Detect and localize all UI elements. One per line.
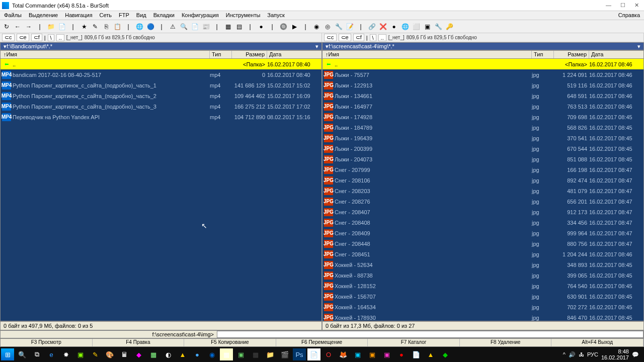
notifications-icon[interactable]: 💬 xyxy=(632,351,639,358)
toolbar-btn-39[interactable]: 🔧 xyxy=(434,22,443,31)
calc-icon[interactable]: 🖩 xyxy=(118,348,131,360)
menu-config[interactable]: Конфигурация xyxy=(182,12,219,19)
menu-help[interactable]: Справка xyxy=(618,12,640,19)
file-row[interactable]: JPGСнег - 208451jpg1 204 24416.02.2017 0… xyxy=(323,249,643,259)
firefox-icon[interactable]: 🦊 xyxy=(337,348,350,360)
toolbar-btn-26[interactable]: ▶ xyxy=(290,22,299,31)
toolbar-btn-1[interactable]: ← xyxy=(13,22,22,31)
tc-icon[interactable]: ▦ xyxy=(220,348,233,360)
file-row[interactable]: JPGЛыжи - 196439jpg370 54116.02.2017 08:… xyxy=(323,133,643,143)
drive-e-button[interactable]: ⊂e xyxy=(17,34,29,41)
path-right[interactable]: ▾f:\screencast\cast-4\img\*.* ▾ xyxy=(322,42,644,50)
menu-nav[interactable]: Навигация xyxy=(65,12,92,19)
tray-up-icon[interactable]: ^ xyxy=(563,351,566,357)
file-row[interactable]: JPGЛыжи - 204073jpg851 08816.02.2017 08:… xyxy=(323,154,643,164)
file-row[interactable]: JPGЛыжи - 174928jpg709 69816.02.2017 08:… xyxy=(323,112,643,122)
app-icon-10[interactable]: ▣ xyxy=(234,348,248,360)
record-icon[interactable]: ● xyxy=(395,348,408,360)
toolbar-btn-4[interactable]: 📁 xyxy=(46,22,55,31)
toolbar-btn-37[interactable]: ⬜ xyxy=(412,22,421,31)
file-row[interactable]: ⬅..<Папка>16.02.2017 08:46 xyxy=(323,59,643,69)
toolbar-btn-5[interactable]: 📄 xyxy=(57,22,66,31)
right-file-list[interactable]: ⬅..<Папка>16.02.2017 08:46JPGЛыжи - 7557… xyxy=(323,59,643,321)
file-row[interactable]: JPGЛыжи - 134661jpg648 59116.02.2017 08:… xyxy=(323,90,643,101)
menu-net[interactable]: Сеть xyxy=(100,12,112,19)
drive-e-button-r[interactable]: ⊂e xyxy=(339,34,351,41)
app-icon-16[interactable]: ▣ xyxy=(380,348,393,360)
menu-tools[interactable]: Инструменты xyxy=(226,12,261,19)
app-icon-13[interactable]: 🎬 xyxy=(278,348,291,360)
menu-tabs[interactable]: Вкладки xyxy=(153,12,175,19)
notepad-icon[interactable]: 📄 xyxy=(307,348,320,360)
file-row[interactable]: JPGЛыжи - 122913jpg519 11616.02.2017 08:… xyxy=(323,80,643,90)
app-icon-17[interactable]: 📄 xyxy=(410,348,423,360)
menu-run[interactable]: Запуск xyxy=(267,12,284,19)
f6-button[interactable]: F6 Перемещение xyxy=(276,339,368,346)
root-button[interactable]: \ xyxy=(48,34,54,41)
left-file-list[interactable]: ⬅..<Папка>16.02.2017 08:40MP4bandicam 20… xyxy=(1,59,321,321)
file-row[interactable]: MP4Python Парсинг_картинок_с_сайта_(подр… xyxy=(1,101,321,112)
file-row[interactable]: JPGХоккей - 128152jpg764 54016.02.2017 0… xyxy=(323,281,643,291)
file-row[interactable]: JPGЛыжи - 184789jpg568 82616.02.2017 08:… xyxy=(323,122,643,133)
up-button-r[interactable]: .. xyxy=(378,34,386,41)
opera-icon[interactable]: O xyxy=(322,348,335,360)
app-icon-15[interactable]: ▣ xyxy=(366,348,379,360)
path-left[interactable]: ▾f:\Bandicam\put\*.* ▾ xyxy=(0,42,322,50)
app-icon-12[interactable]: 📁 xyxy=(264,348,277,360)
ps-icon[interactable]: Ps xyxy=(293,348,306,360)
app-icon-2[interactable]: ✎ xyxy=(89,348,102,360)
file-row[interactable]: MP4Python Парсинг_картинок_с_сайта_(подр… xyxy=(1,80,321,90)
toolbar-btn-35[interactable]: ● xyxy=(389,22,398,31)
file-row[interactable]: JPGЛыжи - 200399jpg670 54416.02.2017 08:… xyxy=(323,143,643,154)
menu-ftp[interactable]: FTP xyxy=(119,12,129,19)
toolbar-btn-2[interactable]: → xyxy=(24,22,33,31)
file-row[interactable]: JPGСнег - 208276jpg656 20116.02.2017 08:… xyxy=(323,196,643,207)
app-icon-11[interactable]: ▦ xyxy=(249,348,262,360)
col-name[interactable]: ↑Имя xyxy=(1,51,210,58)
f5-button[interactable]: F5 Копирование xyxy=(184,339,276,346)
drive-f-button[interactable]: ⊂f xyxy=(31,34,42,41)
path-dropdown-icon-r[interactable]: ▾ xyxy=(637,43,640,50)
app-icon-18[interactable]: ▲ xyxy=(424,348,437,360)
col-date-r[interactable]: Дата xyxy=(589,51,643,58)
file-row[interactable]: JPGСнег - 208408jpg334 45616.02.2017 08:… xyxy=(323,217,643,228)
start-button[interactable]: ⊞ xyxy=(1,348,14,360)
settings-icon[interactable]: ✸ xyxy=(59,348,72,360)
toolbar-btn-29[interactable]: ◎ xyxy=(323,22,332,31)
app-icon-9[interactable]: ◉ xyxy=(205,348,218,360)
toolbar-btn-33[interactable]: 🔗 xyxy=(367,22,376,31)
menu-select[interactable]: Выделение xyxy=(29,12,58,19)
tray-lang[interactable]: РУС xyxy=(587,351,598,357)
toolbar-btn-31[interactable]: 📝 xyxy=(345,22,354,31)
toolbar-btn-30[interactable]: 🔧 xyxy=(334,22,343,31)
minimize-button[interactable]: — xyxy=(606,2,611,9)
file-row[interactable]: JPGХоккей - 88738jpg399 06516.02.2017 08… xyxy=(323,270,643,281)
drive-f-button-r[interactable]: ⊂f xyxy=(353,34,364,41)
search-icon[interactable]: 🔍 xyxy=(16,348,29,360)
toolbar-btn-28[interactable]: ◉ xyxy=(312,22,321,31)
toolbar-btn-21[interactable]: ▤ xyxy=(234,22,244,31)
f7-button[interactable]: F7 Каталог xyxy=(368,339,460,346)
app-icon-4[interactable]: ◆ xyxy=(132,348,145,360)
toolbar-btn-8[interactable]: ✎ xyxy=(91,22,100,31)
path-dropdown-icon[interactable]: ▾ xyxy=(315,43,318,50)
toolbar-btn-7[interactable]: ★ xyxy=(79,22,89,31)
file-row[interactable]: MP4bandicam 2017-02-16 08-40-25-517mp401… xyxy=(1,69,321,80)
altf4-button[interactable]: Alt+F4 Выход xyxy=(551,339,643,346)
toolbar-btn-13[interactable]: 🔵 xyxy=(146,22,155,31)
menu-files[interactable]: Файлы xyxy=(4,12,22,19)
tray-icon-1[interactable]: 🔊 xyxy=(569,351,576,358)
f8-button[interactable]: F8 Удаление xyxy=(460,339,552,346)
file-row[interactable]: JPGХоккей - 178930jpg846 47016.02.2017 0… xyxy=(323,312,643,321)
left-pane[interactable]: ↑Имя Тип Размер Дата ⬅..<Папка>16.02.201… xyxy=(0,50,322,321)
app-icon-14[interactable]: ▣ xyxy=(351,348,364,360)
col-size-r[interactable]: Размер xyxy=(554,51,589,58)
f4-button[interactable]: F4 Правка xyxy=(93,339,185,346)
file-row[interactable]: JPGСнег - 207999jpg166 19816.02.2017 08:… xyxy=(323,164,643,175)
taskview-icon[interactable]: ⧉ xyxy=(30,348,43,360)
app-icon-7[interactable]: ▲ xyxy=(176,348,189,360)
app-icon-5[interactable]: ▦ xyxy=(147,348,160,360)
toolbar-btn-40[interactable]: 🔑 xyxy=(445,22,454,31)
toolbar-btn-10[interactable]: 📋 xyxy=(113,22,122,31)
drive-c-button[interactable]: ⊂c xyxy=(2,34,15,41)
